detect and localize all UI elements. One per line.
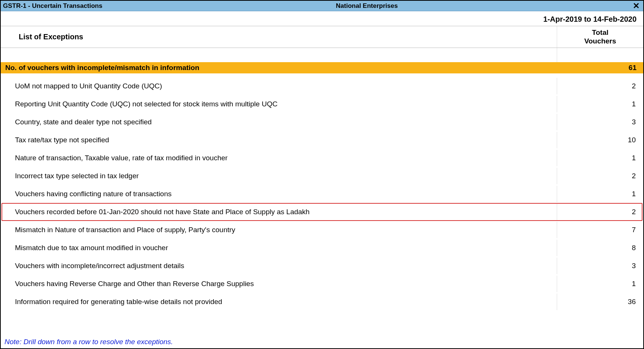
exception-count: 1	[557, 190, 642, 198]
header-total-label: Total Vouchers	[557, 26, 643, 48]
exception-count: 1	[557, 154, 642, 162]
exception-row[interactable]: Reporting Unit Quantity Code (UQC) not s…	[1, 95, 643, 113]
summary-count: 61	[557, 64, 643, 72]
exception-row[interactable]: Country, state and dealer type not speci…	[1, 113, 643, 131]
exception-row[interactable]: Vouchers having conflicting nature of tr…	[1, 185, 643, 203]
exception-label: Information required for generating tabl…	[2, 294, 557, 310]
close-icon[interactable]: ✕	[631, 2, 641, 10]
exception-count: 1	[557, 280, 642, 288]
exception-count: 2	[557, 208, 642, 216]
summary-label: No. of vouchers with incomplete/mismatch…	[1, 64, 557, 72]
exception-count: 2	[557, 82, 642, 90]
exception-row[interactable]: Mismatch in Nature of transaction and Pl…	[1, 221, 643, 239]
content-area: 1-Apr-2019 to 14-Feb-2020 List of Except…	[1, 11, 643, 348]
exception-row[interactable]: Vouchers recorded before 01-Jan-2020 sho…	[1, 203, 643, 221]
report-window: GSTR-1 - Uncertain Transactions National…	[0, 0, 644, 349]
rows-container: UoM not mapped to Unit Quantity Code (UQ…	[1, 73, 643, 335]
exception-label: Vouchers having Reverse Charge and Other…	[2, 276, 557, 292]
exception-count: 8	[557, 244, 642, 252]
exception-count: 10	[557, 136, 642, 144]
exception-row[interactable]: UoM not mapped to Unit Quantity Code (UQ…	[1, 77, 643, 95]
exception-label: Incorrect tax type selected in tax ledge…	[2, 168, 557, 184]
exception-row[interactable]: Tax rate/tax type not specified10	[1, 131, 643, 149]
exception-label: Reporting Unit Quantity Code (UQC) not s…	[2, 96, 557, 112]
exception-row[interactable]: Nature of transaction, Taxable value, ra…	[1, 149, 643, 167]
company-name: National Enterprises	[102, 2, 631, 10]
exception-label: Vouchers having conflicting nature of tr…	[2, 186, 557, 202]
exception-label: UoM not mapped to Unit Quantity Code (UQ…	[2, 78, 557, 94]
exception-count: 1	[557, 100, 642, 108]
period-range: 1-Apr-2019 to 14-Feb-2020	[1, 11, 643, 26]
exception-row[interactable]: Vouchers with incomplete/incorrect adjus…	[1, 257, 643, 275]
exception-row[interactable]: Incorrect tax type selected in tax ledge…	[1, 167, 643, 185]
table-header: List of Exceptions Total Vouchers	[1, 26, 643, 48]
exception-row[interactable]: Information required for generating tabl…	[1, 293, 643, 311]
footer-note: Note: Drill down from a row to resolve t…	[1, 335, 643, 348]
exception-count: 2	[557, 172, 642, 180]
exception-count: 36	[557, 298, 642, 306]
header-total-label-line1: Total	[584, 28, 616, 37]
exception-label: Mismatch due to tax amount modified in v…	[2, 240, 557, 256]
exception-label: Vouchers with incomplete/incorrect adjus…	[2, 258, 557, 274]
exception-label: Tax rate/tax type not specified	[2, 132, 557, 148]
titlebar: GSTR-1 - Uncertain Transactions National…	[1, 1, 643, 11]
summary-row[interactable]: No. of vouchers with incomplete/mismatch…	[1, 62, 643, 73]
exception-row[interactable]: Vouchers having Reverse Charge and Other…	[1, 275, 643, 293]
exception-count: 7	[557, 226, 642, 234]
header-list-label: List of Exceptions	[1, 26, 557, 48]
exception-label: Country, state and dealer type not speci…	[2, 114, 557, 130]
window-title: GSTR-1 - Uncertain Transactions	[3, 2, 102, 10]
exception-count: 3	[557, 262, 642, 270]
exception-row[interactable]: Mismatch due to tax amount modified in v…	[1, 239, 643, 257]
exception-label: Mismatch in Nature of transaction and Pl…	[2, 222, 557, 238]
header-total-label-line2: Vouchers	[584, 37, 616, 46]
spacer-row	[1, 48, 643, 62]
exception-count: 3	[557, 118, 642, 126]
exception-label: Vouchers recorded before 01-Jan-2020 sho…	[2, 204, 557, 220]
exception-label: Nature of transaction, Taxable value, ra…	[2, 150, 557, 166]
